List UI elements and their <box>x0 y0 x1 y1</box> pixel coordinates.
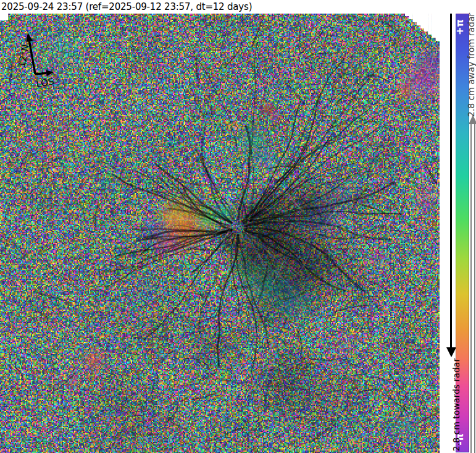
figure-title: 2025-09-24 23:57 (ref=2025-09-12 23:57, … <box>1 1 252 12</box>
towards-radar-arrow-icon <box>450 14 452 347</box>
interferogram-image <box>0 14 440 453</box>
colorbar-towards-label: 2.8 cm towards radar <box>451 358 461 451</box>
figure: 2025-09-24 23:57 (ref=2025-09-12 23:57, … <box>0 0 476 453</box>
los-arrow-icon <box>35 70 54 76</box>
colorbar-away-label: 2.8 cm away from radar <box>466 13 476 117</box>
towards-radar-arrowhead-icon <box>446 347 456 357</box>
away-from-radar-arrow-icon <box>470 124 475 453</box>
colorbar-max-tick: +π <box>454 19 466 35</box>
